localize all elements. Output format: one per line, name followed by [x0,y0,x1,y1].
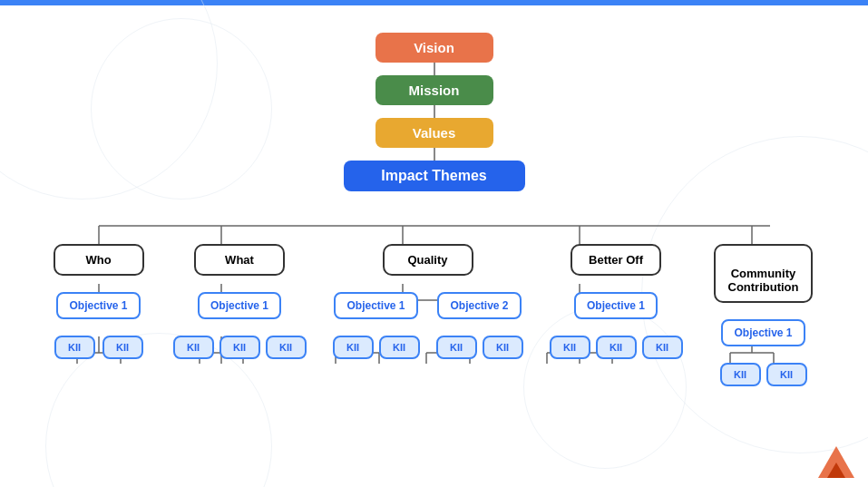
values-impact-connector [434,148,435,161]
quality-obj1-label: Objective 1 [346,299,405,312]
quality-kii2-label: KII [393,342,405,353]
values-node: Values [375,118,493,148]
community-kii-1[interactable]: KII [720,363,761,386]
mission-label: Mission [409,83,460,98]
quality-kii3-label: KII [450,342,463,353]
tree-section: Who Objective 1 KII [0,209,868,352]
community-kii1-label: KII [734,369,746,380]
better-off-group: Better Off Objective 1 KII [557,244,675,386]
vision-label: Vision [414,40,454,55]
impact-themes-label: Impact Themes [381,168,486,183]
who-kii1-label: KII [68,342,81,353]
values-label: Values [413,125,456,141]
quality-obj2-label: Objective 2 [450,299,508,312]
better-off-kii2-label: KII [610,342,622,353]
better-off-objective-1[interactable]: Objective 1 [574,292,658,319]
who-objective-1[interactable]: Objective 1 [56,292,140,319]
who-group: Who Objective 1 KII [46,244,151,386]
vision-mission-connector [434,63,435,75]
quality-objective-1[interactable]: Objective 1 [334,292,417,319]
who-label: Who [85,253,111,267]
quality-kii-3[interactable]: KII [436,336,477,359]
vision-node: Vision [375,33,493,63]
what-kii-2[interactable]: KII [219,336,260,359]
community-kii-2[interactable]: KII [766,363,807,386]
what-kii2-label: KII [233,342,246,353]
logo-icon [818,446,854,478]
what-kii-3[interactable]: KII [266,336,307,359]
quality-kii4-label: KII [496,342,509,353]
hierarchy-top: Vision Mission Values Impact Themes [344,33,525,191]
quality-category: Quality [383,244,473,276]
mission-values-connector [434,105,435,118]
better-off-category: Better Off [571,244,661,276]
quality-kii1-label: KII [346,342,359,353]
community-category: Community Contribution [714,244,814,303]
community-obj1-label: Objective 1 [734,326,792,339]
what-label: What [225,253,254,267]
quality-group: Quality Objective 1 KII [328,244,528,386]
better-off-obj1-label: Objective 1 [587,299,645,312]
what-kii-1[interactable]: KII [173,336,214,359]
better-off-kii3-label: KII [656,342,668,353]
community-kii2-label: KII [780,369,793,380]
quality-label: Quality [407,253,447,267]
impact-themes-node: Impact Themes [344,161,525,191]
better-off-kii1-label: KII [563,342,576,353]
what-objective-1[interactable]: Objective 1 [198,292,281,319]
what-category: What [194,244,285,276]
quality-kii-2[interactable]: KII [379,336,420,359]
what-obj1-label: Objective 1 [210,299,268,312]
better-off-kii-3[interactable]: KII [642,336,683,359]
better-off-kii-2[interactable]: KII [596,336,637,359]
who-category: Who [54,244,144,276]
main-content: Vision Mission Values Impact Themes [0,5,868,487]
what-kii3-label: KII [279,342,292,353]
what-group: What Objective 1 KII KII [180,244,298,386]
logo [818,446,854,478]
who-kii-2[interactable]: KII [102,336,143,359]
community-label: Community Contribution [728,267,799,294]
quality-kii-1[interactable]: KII [333,336,374,359]
better-off-kii-1[interactable]: KII [550,336,590,359]
who-kii2-label: KII [116,342,129,353]
quality-kii-4[interactable]: KII [483,336,523,359]
quality-objective-2[interactable]: Objective 2 [437,292,521,319]
who-kii-1[interactable]: KII [54,336,95,359]
who-obj1-label: Objective 1 [69,299,127,312]
community-objective-1[interactable]: Objective 1 [721,319,805,346]
community-group: Community Contribution Objective 1 KII [705,244,823,386]
mission-node: Mission [375,75,493,105]
what-kii1-label: KII [187,342,200,353]
better-off-label: Better Off [589,253,643,267]
